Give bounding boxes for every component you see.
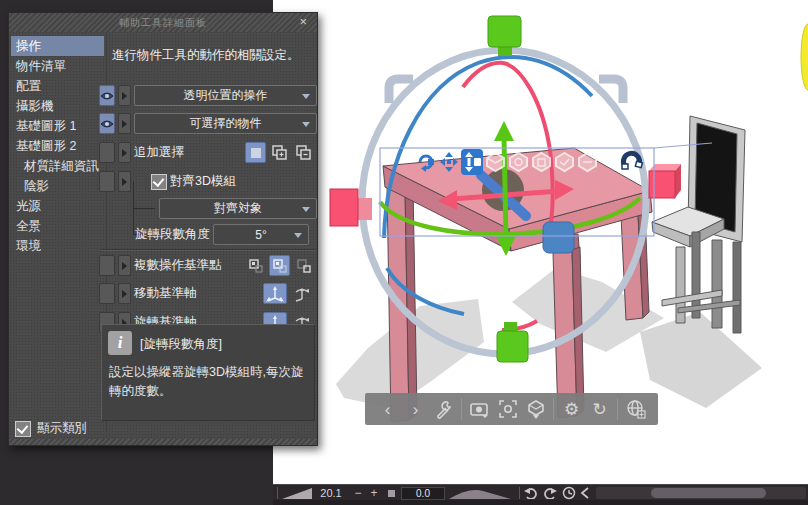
undo-icon[interactable]: [524, 487, 539, 499]
scrollbar-thumb[interactable]: [651, 488, 766, 498]
camera-rotate-icon[interactable]: [415, 149, 437, 175]
expand-arrow-button[interactable]: [118, 142, 131, 163]
redo-icon[interactable]: [542, 487, 557, 499]
sidebar-item-material-detail[interactable]: 材質詳細資訊: [11, 156, 104, 176]
chevron-down-icon: [294, 233, 302, 238]
canvas-status-bar: 20.1 − + 0.0: [273, 484, 808, 501]
snap-target-dropdown[interactable]: 對齊対象: [159, 198, 317, 219]
empty-toggle-button[interactable]: [99, 255, 115, 276]
empty-toggle-button[interactable]: [99, 283, 115, 304]
camera-pan-icon[interactable]: [438, 149, 460, 175]
tree-connector: [133, 208, 155, 209]
sidebar-item-shadow[interactable]: 陰影: [11, 176, 104, 196]
register-pose-globe-icon[interactable]: [625, 397, 646, 421]
zoom-reset-icon[interactable]: [388, 490, 395, 497]
prev-view-button[interactable]: ‹: [377, 397, 398, 421]
move-handle-left[interactable]: [330, 189, 358, 226]
expand-arrow-button[interactable]: [118, 283, 131, 304]
collapse-chevron-icon[interactable]: [580, 487, 590, 499]
camera-angle-icon[interactable]: [469, 397, 490, 421]
horizontal-scrollbar[interactable]: [596, 487, 806, 499]
rotation-slider-icon[interactable]: [449, 487, 511, 499]
subtool-detail-dialog: 輔助工具詳細面板 × 操作 物件清單 配置 攝影機 基礎圖形 1 基礎圖形 2 …: [8, 12, 318, 446]
zoom-out-button[interactable]: −: [350, 486, 366, 500]
sidebar-item-primitive-1[interactable]: 基礎圖形 1: [11, 116, 104, 136]
chair-3d-model[interactable]: [652, 116, 745, 333]
sidebar-item-layout[interactable]: 配置: [11, 76, 104, 96]
pivot-last-icon[interactable]: [293, 255, 314, 276]
yellow-object-edge[interactable]: [801, 24, 808, 90]
left-handle-side: [358, 198, 372, 220]
show-category-label: 顯示類別: [37, 420, 87, 437]
object-mode-icon-5[interactable]: [576, 149, 598, 175]
pivot-center-icon[interactable]: [269, 255, 290, 276]
sidebar-item-primitive-2[interactable]: 基礎圖形 2: [11, 136, 104, 156]
category-sidebar: 操作 物件清單 配置 攝影機 基礎圖形 1 基礎圖形 2 材質詳細資訊 陰影 光…: [11, 36, 104, 256]
expand-arrow-button[interactable]: [118, 255, 131, 276]
object-mode-icon-2[interactable]: [507, 149, 529, 175]
add-to-selection-icon[interactable]: [269, 142, 290, 163]
next-view-button[interactable]: ›: [405, 397, 426, 421]
camera-zoom-icon[interactable]: [461, 149, 483, 175]
sidebar-item-panorama[interactable]: 全景: [11, 216, 104, 236]
global-axis-icon[interactable]: [290, 283, 314, 304]
bottom-edge-strip: [273, 500, 808, 505]
remove-from-selection-icon[interactable]: [293, 142, 314, 163]
pivot-individual-icon[interactable]: [245, 255, 266, 276]
info-icon: i: [108, 331, 132, 355]
empty-toggle-button[interactable]: [99, 142, 115, 163]
move-handle-right[interactable]: [649, 171, 675, 198]
expand-arrow-button[interactable]: [118, 113, 131, 134]
sidebar-item-object-list[interactable]: 物件清單: [11, 56, 104, 76]
object-mode-icon-4[interactable]: [553, 149, 575, 175]
snap-magnet-icon[interactable]: [618, 148, 646, 176]
show-category-checkbox[interactable]: [15, 421, 31, 437]
settings-wrench-icon[interactable]: [433, 397, 454, 421]
expand-arrow-button[interactable]: [118, 171, 131, 192]
sidebar-item-environment[interactable]: 環境: [11, 236, 104, 256]
scale-handle-top[interactable]: [488, 16, 521, 47]
multi-pivot-label: 複數操作基準點: [134, 257, 222, 274]
scale-handle-bottom[interactable]: [497, 331, 528, 362]
fit-view-icon[interactable]: [497, 397, 518, 421]
camera-nav-toolbar: ‹ › ⚙ ↻: [365, 393, 658, 425]
chevron-down-icon: [302, 207, 310, 212]
move-handle-front[interactable]: [543, 222, 574, 253]
close-icon[interactable]: ×: [299, 14, 307, 29]
new-selection-icon[interactable]: [245, 142, 266, 163]
zoom-level-value: 20.1: [312, 487, 350, 499]
chevron-down-icon: [302, 122, 310, 127]
ground-plane-icon[interactable]: [525, 397, 546, 421]
timer-icon[interactable]: [562, 486, 576, 500]
rotation-angle-value[interactable]: 0.0: [401, 487, 445, 500]
sidebar-item-operation[interactable]: 操作: [11, 36, 104, 56]
add-selection-label: 追加選擇: [134, 144, 184, 161]
dialog-resize-edge[interactable]: [9, 439, 317, 445]
category-description: 進行物件工具的動作的相關設定。: [112, 47, 316, 64]
eye-visibility-button[interactable]: [99, 85, 115, 106]
rotation-step-label: 旋轉段數角度: [135, 226, 210, 243]
rotation-step-dropdown[interactable]: 5°: [213, 224, 309, 245]
selectable-objects-dropdown[interactable]: 可選擇的物件: [134, 113, 317, 134]
object-mode-icon-1[interactable]: [484, 149, 506, 175]
snap-3d-checkbox[interactable]: [151, 174, 167, 190]
reset-rotation-icon[interactable]: ↻: [589, 397, 610, 421]
eye-visibility-button[interactable]: [99, 113, 115, 134]
clip-studio-3d-workspace: ‹ › ⚙ ↻ 20.1: [0, 0, 808, 505]
transparent-ops-dropdown[interactable]: 透明位置的操作: [134, 85, 317, 106]
help-info-box: i [旋轉段數角度] 設定以操縱器旋轉3D模組時,每次旋轉的度數。: [101, 324, 315, 421]
zoom-slider-icon[interactable]: [282, 488, 312, 499]
sidebar-item-light[interactable]: 光源: [11, 196, 104, 216]
document-canvas[interactable]: ‹ › ⚙ ↻: [273, 0, 808, 484]
expand-arrow-button[interactable]: [118, 85, 131, 106]
dialog-titlebar[interactable]: 輔助工具詳細面板 ×: [9, 13, 317, 32]
object-mode-icon-3[interactable]: [530, 149, 552, 175]
local-axis-icon[interactable]: [263, 283, 287, 304]
section-divider: [101, 249, 315, 251]
object-launcher-toolbar: [415, 148, 646, 176]
chevron-down-icon: [302, 94, 310, 99]
zoom-in-button[interactable]: +: [366, 486, 382, 500]
sidebar-item-camera[interactable]: 攝影機: [11, 96, 104, 116]
empty-toggle-button[interactable]: [99, 171, 115, 192]
object-settings-gear-icon[interactable]: ⚙: [561, 397, 582, 421]
